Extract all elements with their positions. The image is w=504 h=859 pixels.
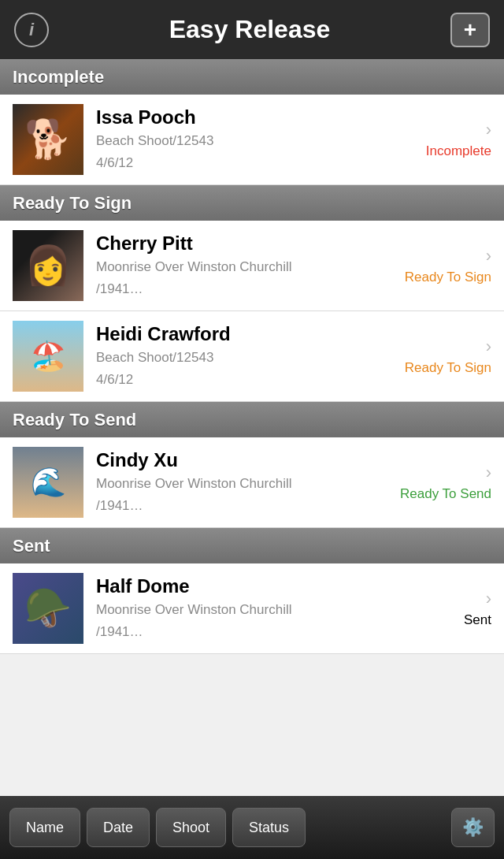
item-content: Half Dome Moonrise Over Winston Churchil… xyxy=(96,575,458,641)
avatar xyxy=(13,447,83,518)
item-detail-line2: 4/6/12 xyxy=(96,154,420,173)
avatar xyxy=(13,230,83,301)
sort-date-button[interactable]: Date xyxy=(87,808,150,847)
settings-button[interactable]: ⚙️ xyxy=(451,808,495,847)
item-status: Ready To Sign xyxy=(405,270,491,285)
item-detail-line1: Moonrise Over Winston Churchill xyxy=(96,601,458,619)
item-detail-line1: Beach Shoot/12543 xyxy=(96,348,398,367)
chevron-icon: › xyxy=(486,120,491,140)
item-right: › Ready To Sign xyxy=(398,337,491,376)
item-right: › Ready To Send xyxy=(394,463,491,502)
item-name: Half Dome xyxy=(96,575,458,597)
list-item[interactable]: Cindy Xu Moonrise Over Winston Churchill… xyxy=(0,437,504,528)
item-detail-line2: /1941… xyxy=(96,623,458,641)
section-ready-sign-label: Ready To Sign xyxy=(13,193,132,214)
avatar xyxy=(13,573,83,644)
sort-status-label: Status xyxy=(249,820,289,836)
chevron-icon: › xyxy=(486,589,491,609)
chevron-icon: › xyxy=(486,463,491,483)
item-content: Issa Pooch Beach Shoot/12543 4/6/12 xyxy=(96,106,420,173)
item-name: Heidi Crawford xyxy=(96,323,398,345)
gear-icon: ⚙️ xyxy=(462,817,484,838)
item-name: Issa Pooch xyxy=(96,106,420,128)
item-status: Ready To Send xyxy=(400,486,491,502)
item-status: Sent xyxy=(464,612,491,628)
main-content: Incomplete Issa Pooch Beach Shoot/12543 … xyxy=(0,59,504,796)
item-detail-line2: /1941… xyxy=(96,280,398,299)
section-sent-header: Sent xyxy=(0,528,504,563)
section-incomplete-header: Incomplete xyxy=(0,59,504,95)
item-right: › Incomplete xyxy=(420,120,491,159)
item-content: Heidi Crawford Beach Shoot/12543 4/6/12 xyxy=(96,323,398,389)
item-name: Cherry Pitt xyxy=(96,232,398,255)
app-title: Easy Release xyxy=(49,15,450,44)
item-detail-line2: 4/6/12 xyxy=(96,370,398,389)
add-button[interactable]: + xyxy=(450,13,490,47)
item-right: › Sent xyxy=(458,589,491,628)
header: i Easy Release + xyxy=(0,0,504,59)
section-sent-label: Sent xyxy=(13,536,50,556)
item-right: › Ready To Sign xyxy=(398,246,491,285)
sort-status-button[interactable]: Status xyxy=(232,808,306,847)
section-ready-send-header: Ready To Send xyxy=(0,402,504,437)
item-detail-line1: Moonrise Over Winston Churchill xyxy=(96,474,394,493)
sort-shoot-button[interactable]: Shoot xyxy=(156,808,226,847)
avatar xyxy=(13,321,83,392)
item-content: Cherry Pitt Moonrise Over Winston Church… xyxy=(96,232,398,299)
item-detail-line1: Moonrise Over Winston Churchill xyxy=(96,258,398,277)
section-incomplete-label: Incomplete xyxy=(13,67,104,87)
item-status: Ready To Sign xyxy=(405,360,491,376)
plus-icon: + xyxy=(464,17,476,43)
avatar xyxy=(13,104,83,175)
item-status: Incomplete xyxy=(426,143,491,159)
item-detail-line1: Beach Shoot/12543 xyxy=(96,132,420,151)
chevron-icon: › xyxy=(486,337,491,357)
section-ready-sign-header: Ready To Sign xyxy=(0,185,504,221)
sort-date-label: Date xyxy=(103,820,133,836)
list-item[interactable]: Heidi Crawford Beach Shoot/12543 4/6/12 … xyxy=(0,311,504,402)
info-icon: i xyxy=(29,20,34,40)
item-name: Cindy Xu xyxy=(96,449,394,471)
list-item[interactable]: Cherry Pitt Moonrise Over Winston Church… xyxy=(0,221,504,311)
section-ready-send-label: Ready To Send xyxy=(13,410,136,430)
item-content: Cindy Xu Moonrise Over Winston Churchill… xyxy=(96,449,394,515)
list-item[interactable]: Issa Pooch Beach Shoot/12543 4/6/12 › In… xyxy=(0,95,504,185)
sort-name-button[interactable]: Name xyxy=(9,808,80,847)
list-item[interactable]: Half Dome Moonrise Over Winston Churchil… xyxy=(0,563,504,654)
sort-name-label: Name xyxy=(26,820,64,836)
info-button[interactable]: i xyxy=(14,13,49,47)
chevron-icon: › xyxy=(486,246,491,266)
sort-shoot-label: Shoot xyxy=(172,820,209,836)
toolbar: Name Date Shoot Status ⚙️ xyxy=(0,796,504,859)
item-detail-line2: /1941… xyxy=(96,496,394,515)
